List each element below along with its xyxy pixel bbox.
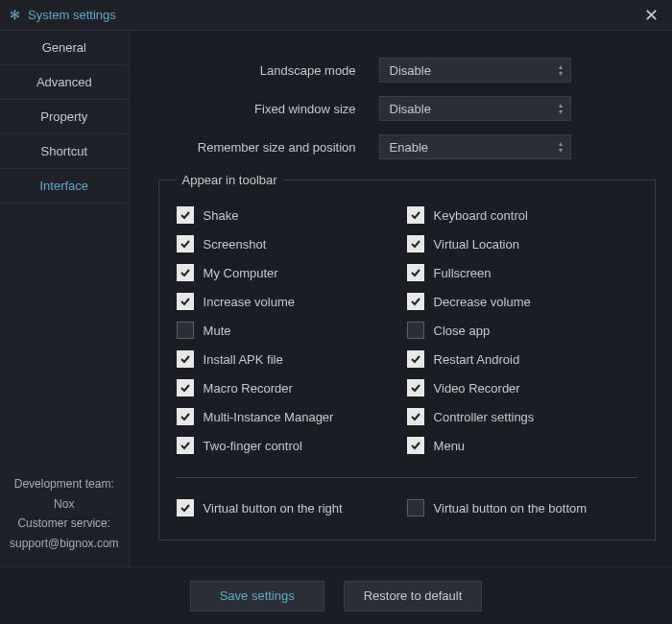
checkbox-label: Shake <box>204 208 239 223</box>
form-row-landscape: Landscape mode Disable ▴▾ <box>158 58 656 83</box>
form-row-remember-size: Remember size and position Enable ▴▾ <box>158 134 656 159</box>
select-stepper-icon: ▴▾ <box>559 102 563 115</box>
checkbox-label: Two-finger control <box>204 439 302 453</box>
checkbox-label: Fullscreen <box>434 266 492 280</box>
checkbox-label: Multi-Instance Manager <box>204 410 334 424</box>
checkbox-virtual-right[interactable] <box>177 499 194 516</box>
checkbox-two-finger-control[interactable] <box>177 437 194 454</box>
form-row-fixed-window: Fixed window size Disable ▴▾ <box>158 96 656 121</box>
checkbox-label: Controller settings <box>434 410 535 424</box>
checkbox-row: My Computer <box>177 258 407 287</box>
checkbox-mute[interactable] <box>177 322 194 339</box>
toolbar-fieldset: Appear in toolbar ShakeScreenshotMy Comp… <box>158 173 656 540</box>
checkbox-row: Decrease volume <box>407 287 637 316</box>
tab-label: Property <box>40 109 87 124</box>
checkbox-label: Restart Android <box>434 352 520 367</box>
select-stepper-icon: ▴▾ <box>559 63 563 77</box>
main-container: General Advanced Property Shortcut Inter… <box>0 31 672 566</box>
tab-label: General <box>42 40 86 55</box>
landscape-label: Landscape mode <box>158 63 379 78</box>
checkbox-keyboard-control[interactable] <box>407 206 424 224</box>
checkbox-controller-settings[interactable] <box>407 408 424 425</box>
checkbox-close-app[interactable] <box>407 322 424 339</box>
checkbox-label: Macro Recorder <box>204 381 293 396</box>
select-value: Enable <box>390 140 428 155</box>
checkbox-label: Install APK file <box>204 352 283 367</box>
tab-label: Interface <box>39 179 88 193</box>
close-icon[interactable]: ✕ <box>640 5 662 26</box>
landscape-select[interactable]: Disable ▴▾ <box>379 58 571 83</box>
checkbox-row: Multi-Instance Manager <box>177 402 407 431</box>
checkbox-row: Menu <box>407 431 637 460</box>
button-label: Restore to default <box>364 588 463 603</box>
checkbox-video-recorder[interactable] <box>407 379 424 396</box>
checkbox-virtual-bottom[interactable] <box>407 499 424 516</box>
checkbox-row: Screenshot <box>177 229 407 258</box>
checkbox-macro-recorder[interactable] <box>177 379 194 396</box>
gear-icon: ✻ <box>10 8 20 22</box>
checkbox-label: Virtual Location <box>434 237 519 252</box>
footer: Save settings Restore to default <box>0 566 672 624</box>
checkbox-label: Keyboard control <box>434 208 528 223</box>
fixed-window-label: Fixed window size <box>158 102 379 116</box>
tab-advanced[interactable]: Advanced <box>0 65 129 100</box>
checkbox-restart-android[interactable] <box>407 350 424 368</box>
tab-general[interactable]: General <box>0 31 129 65</box>
dev-team-text: Development team: Nox <box>10 474 119 514</box>
checkbox-row: Restart Android <box>407 345 637 373</box>
checkbox-row: Two-finger control <box>177 431 407 460</box>
button-label: Save settings <box>220 588 295 603</box>
remember-size-label: Remember size and position <box>158 140 379 155</box>
checkbox-row: Virtual Location <box>407 229 637 258</box>
tab-interface[interactable]: Interface <box>0 169 129 204</box>
select-value: Disable <box>390 63 431 78</box>
fieldset-legend: Appear in toolbar <box>177 173 283 187</box>
content-panel: Landscape mode Disable ▴▾ Fixed window s… <box>130 31 672 566</box>
customer-service-text: Customer service: <box>10 514 119 533</box>
checkbox-virtual-location[interactable] <box>407 235 424 252</box>
select-stepper-icon: ▴▾ <box>559 140 563 154</box>
checkbox-row: Close app <box>407 316 637 345</box>
checkbox-multi-instance-manager[interactable] <box>177 408 194 425</box>
checkbox-install-apk-file[interactable] <box>177 350 194 368</box>
checkbox-row-virtual-bottom: Virtual button on the bottom <box>407 493 637 522</box>
checkbox-fullscreen[interactable] <box>407 264 424 281</box>
checkbox-row: Shake <box>177 201 407 229</box>
checkbox-row-virtual-right: Virtual button on the right <box>177 493 407 522</box>
checkbox-row: Mute <box>177 316 407 345</box>
checkbox-label: Decrease volume <box>434 295 531 309</box>
checkbox-menu[interactable] <box>407 437 424 454</box>
window-title: System settings <box>28 8 116 22</box>
checkbox-label: Virtual button on the right <box>204 501 343 516</box>
checkbox-row: Controller settings <box>407 402 637 431</box>
fixed-window-select[interactable]: Disable ▴▾ <box>379 96 571 121</box>
checkbox-screenshot[interactable] <box>177 235 194 252</box>
checkbox-row: Video Recorder <box>407 373 637 402</box>
checkbox-decrease-volume[interactable] <box>407 293 424 310</box>
tab-shortcut[interactable]: Shortcut <box>0 134 129 169</box>
checkbox-label: Increase volume <box>204 295 295 309</box>
select-value: Disable <box>390 102 431 116</box>
tab-property[interactable]: Property <box>0 100 129 134</box>
checkbox-label: Menu <box>434 439 466 453</box>
save-button[interactable]: Save settings <box>190 581 324 612</box>
checkbox-row: Install APK file <box>177 345 407 373</box>
remember-size-select[interactable]: Enable ▴▾ <box>379 134 571 159</box>
checkbox-label: Mute <box>204 324 231 338</box>
checkbox-shake[interactable] <box>177 206 194 224</box>
tab-label: Advanced <box>36 75 92 89</box>
support-email: support@bignox.com <box>10 534 119 553</box>
checkbox-my-computer[interactable] <box>177 264 194 281</box>
sidebar-footer: Development team: Nox Customer service: … <box>0 474 129 566</box>
checkbox-row: Keyboard control <box>407 201 637 229</box>
restore-button[interactable]: Restore to default <box>344 581 483 612</box>
checkbox-increase-volume[interactable] <box>177 293 194 310</box>
checkbox-row: Macro Recorder <box>177 373 407 402</box>
sidebar: General Advanced Property Shortcut Inter… <box>0 31 130 566</box>
checkbox-row: Increase volume <box>177 287 407 316</box>
checkbox-label: Video Recorder <box>434 381 520 396</box>
titlebar: ✻ System settings ✕ <box>0 0 672 31</box>
checkbox-label: Close app <box>434 324 491 338</box>
checkbox-row: Fullscreen <box>407 258 637 287</box>
checkbox-label: Virtual button on the bottom <box>434 501 587 516</box>
